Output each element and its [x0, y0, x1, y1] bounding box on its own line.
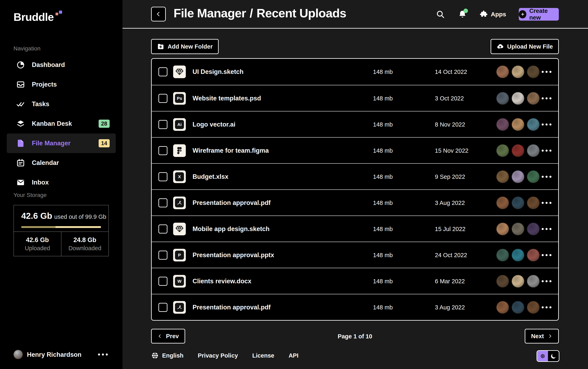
row-checkbox[interactable] [158, 120, 167, 129]
row-menu-button[interactable] [542, 280, 551, 282]
nav-badge: 28 [99, 120, 110, 128]
dark-theme-segment[interactable] [548, 351, 559, 361]
sidebar-nav: DashboardProjectsTasksKanban Desk28File … [0, 55, 123, 192]
create-new-button[interactable]: Create new [519, 8, 559, 20]
header-divider [123, 28, 588, 29]
create-new-label: Create new [529, 8, 559, 21]
row-menu-button[interactable] [542, 176, 551, 178]
footer-link-api[interactable]: API [289, 352, 298, 359]
row-menu-button[interactable] [542, 306, 551, 308]
collaborator-avatar [527, 144, 540, 157]
row-checkbox[interactable] [158, 303, 167, 312]
file-row[interactable]: Mobile app design.sketch148 mb15 Jul 202… [152, 215, 558, 242]
sidebar-item-kanban-desk[interactable]: Kanban Desk28 [7, 114, 116, 133]
row-checkbox[interactable] [158, 225, 167, 234]
collaborator-avatar [496, 65, 509, 78]
file-row[interactable]: WClients review.docx148 mb6 Mar 2022 [152, 268, 558, 294]
page-indicator: Page 1 of 10 [151, 333, 559, 340]
main-area: File Manager/Recent Uploads Apps Create … [123, 0, 588, 369]
collaborator-avatar [527, 118, 540, 131]
sidebar-item-dashboard[interactable]: Dashboard [7, 55, 116, 75]
collaborator-avatar [527, 223, 540, 235]
file-name: UI Design.sketch [193, 59, 244, 85]
next-page-button[interactable]: Next [525, 329, 559, 343]
collaborator-avatar [527, 249, 540, 261]
sidebar-item-tasks[interactable]: Tasks [7, 94, 116, 114]
file-name: Presentation approval.pdf [193, 190, 270, 216]
sketch-file-icon [173, 223, 186, 235]
row-checkbox[interactable] [158, 251, 167, 260]
back-button[interactable] [151, 7, 166, 21]
file-date: 14 Oct 2022 [435, 59, 467, 85]
language-selector[interactable]: English [151, 352, 184, 359]
collaborator-avatar [512, 92, 524, 105]
sidebar-item-inbox[interactable]: Inbox [7, 173, 116, 192]
row-checkbox[interactable] [158, 94, 167, 103]
add-new-folder-button[interactable]: Add New Folder [151, 39, 219, 54]
navigation-section-label: Navigation [13, 45, 41, 52]
apps-label: Apps [491, 11, 506, 18]
collaborator-avatar [496, 144, 509, 157]
chevron-left-icon [155, 11, 162, 17]
collaborator-avatar [512, 249, 524, 261]
collaborator-avatars [496, 144, 540, 157]
search-button[interactable] [436, 10, 445, 19]
user-avatar [13, 350, 23, 359]
collaborator-avatar [496, 118, 509, 131]
row-checkbox[interactable] [158, 277, 167, 286]
theme-toggle[interactable] [536, 350, 559, 362]
breadcrumb-separator: / [250, 6, 253, 20]
row-menu-button[interactable] [542, 228, 551, 230]
user-name: Henry Richardson [27, 351, 82, 359]
row-menu-button[interactable] [542, 150, 551, 152]
app-logo[interactable]: Bruddle [13, 10, 54, 23]
file-row[interactable]: PPresentation approval.pptx148 mb24 Oct … [152, 242, 558, 268]
sketch-file-icon [173, 65, 186, 78]
file-row[interactable]: AiLogo vector.ai148 mb8 Nov 2022 [152, 111, 558, 137]
collaborator-avatar [496, 275, 509, 287]
upload-new-file-button[interactable]: Upload New File [491, 39, 559, 54]
breadcrumb-primary[interactable]: File Manager [174, 6, 246, 20]
footer-link-license[interactable]: License [252, 352, 274, 359]
file-name: Presentation approval.pdf [193, 294, 270, 320]
light-theme-segment[interactable] [537, 351, 548, 361]
user-menu-button[interactable] [98, 353, 108, 356]
file-row[interactable]: PsWebsite templates.psd148 mb3 Oct 2022 [152, 85, 558, 111]
projects-icon [16, 80, 25, 89]
row-checkbox[interactable] [158, 146, 167, 155]
nav-badge: 14 [99, 139, 110, 147]
sun-icon [539, 353, 546, 359]
sidebar-item-file-manager[interactable]: File Manager14 [7, 133, 116, 153]
sidebar-item-projects[interactable]: Projects [7, 75, 116, 94]
storage-uploaded-cell: 42.6 Gb Uploaded [14, 232, 61, 256]
file-row[interactable]: Wireframe for team.figma148 mb15 Nov 202… [152, 137, 558, 163]
row-checkbox[interactable] [158, 67, 167, 76]
row-checkbox[interactable] [158, 198, 167, 207]
file-size: 148 mb [373, 164, 393, 190]
row-checkbox[interactable] [158, 172, 167, 181]
file-row[interactable]: Presentation approval.pdf148 mb3 Aug 202… [152, 294, 558, 320]
collaborator-avatar [527, 275, 540, 287]
footer-link-privacy-policy[interactable]: Privacy Policy [198, 352, 238, 359]
psd-file-icon: Ps [173, 92, 186, 105]
row-menu-button[interactable] [542, 202, 551, 204]
sidebar-item-calendar[interactable]: Calendar [7, 153, 116, 173]
file-row[interactable]: Presentation approval.pdf148 mb3 Aug 202… [152, 189, 558, 215]
file-date: 3 Aug 2022 [435, 190, 465, 216]
row-menu-button[interactable] [542, 97, 551, 99]
row-menu-button[interactable] [542, 254, 551, 256]
user-profile[interactable]: Henry Richardson [0, 345, 123, 364]
row-menu-button[interactable] [542, 71, 551, 73]
row-menu-button[interactable] [542, 123, 551, 125]
file-row[interactable]: UI Design.sketch148 mb14 Oct 2022 [152, 59, 558, 85]
collaborator-avatar [527, 65, 540, 78]
figma-file-icon [173, 144, 186, 157]
folder-plus-icon [157, 43, 164, 50]
notifications-button[interactable] [458, 10, 467, 19]
file-date: 24 Oct 2022 [435, 242, 467, 268]
language-label: English [162, 352, 184, 359]
puzzle-icon [479, 10, 488, 19]
apps-button[interactable]: Apps [479, 10, 506, 19]
file-date: 9 Sep 2022 [435, 164, 465, 190]
file-row[interactable]: XBudget.xlsx148 mb9 Sep 2022 [152, 163, 558, 189]
